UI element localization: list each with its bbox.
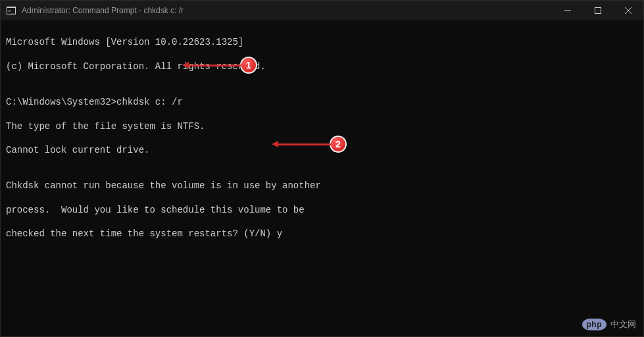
maximize-button[interactable]: [583, 1, 613, 20]
output-line: checked the next time the system restart…: [6, 228, 638, 240]
svg-rect-4: [595, 8, 601, 14]
window-title: Administrator: Command Prompt - chkdsk c…: [22, 6, 553, 15]
output-line: Chkdsk cannot run because the volume is …: [6, 180, 638, 192]
cmd-icon: >_: [6, 5, 16, 16]
command-prompt-window: >_ Administrator: Command Prompt - chkds…: [0, 0, 644, 337]
scrollbar[interactable]: [634, 41, 642, 335]
output-line: The type of the file system is NTFS.: [6, 120, 638, 132]
php-logo: php: [582, 319, 607, 330]
output-line: Microsoft Windows [Version 10.0.22623.13…: [6, 36, 638, 48]
output-line: process. Would you like to schedule this…: [6, 204, 638, 216]
minimize-button[interactable]: [553, 1, 583, 20]
watermark-text: 中文网: [610, 319, 636, 330]
prompt-line: C:\Windows\System32>chkdsk c: /r: [6, 96, 638, 108]
titlebar[interactable]: >_ Administrator: Command Prompt - chkds…: [1, 1, 643, 20]
watermark: php 中文网: [582, 319, 637, 330]
output-line: (c) Microsoft Corporation. All rights re…: [6, 61, 638, 72]
terminal-output[interactable]: Microsoft Windows [Version 10.0.22623.13…: [1, 20, 643, 336]
svg-text:>_: >_: [9, 9, 14, 14]
close-button[interactable]: [613, 1, 643, 20]
window-controls: [553, 1, 643, 20]
output-line: Cannot lock current drive.: [6, 144, 638, 156]
